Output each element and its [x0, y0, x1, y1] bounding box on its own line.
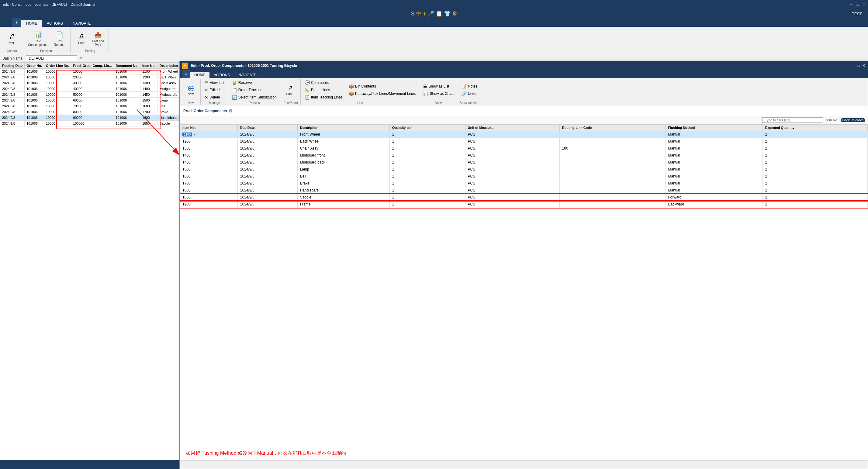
col-order-line-no[interactable]: Order Line No.: [44, 63, 71, 69]
journal-table-row[interactable]: 2024/9/8 101006 10000 10000 101006 1100 …: [0, 69, 180, 74]
edit-list-icon: ✏: [205, 88, 208, 92]
show-as-chart-button[interactable]: 📊 Show as Chart: [422, 90, 455, 97]
col-document-no[interactable]: Document No.: [114, 63, 141, 69]
col-due-date[interactable]: Due Date: [238, 125, 298, 131]
cell-routing-link: [559, 173, 665, 180]
filter-input[interactable]: [762, 117, 823, 123]
view-list-icon: ☰: [205, 80, 209, 85]
col-qty-per[interactable]: Quantity per: [390, 125, 465, 131]
journal-table-row[interactable]: 2024/9/8 101006 10000 20000 101006 1200 …: [0, 74, 180, 80]
reserve-button[interactable]: 🔒 Reserve: [230, 79, 278, 86]
bin-contents-button[interactable]: 📦 Bin Contents: [347, 83, 417, 90]
journal-table-row[interactable]: 2024/9/8 101006 10000 50000 101006 1450 …: [0, 92, 180, 98]
prod-order-settings-icon[interactable]: ⚙: [229, 108, 232, 113]
prod-table-row[interactable]: 1200 2024/9/5 Back Wheel 1 PCS Manual 2: [180, 138, 868, 145]
journal-table-row[interactable]: 2024/9/8 101006 10000 70000 101006 1600 …: [0, 103, 180, 109]
test-report-button[interactable]: 📄 TestReport...: [52, 28, 67, 48]
tab-actions[interactable]: ACTIONS: [42, 20, 68, 27]
journal-table-row[interactable]: 2024/9/8 101006 10000 30000 101006 1300 …: [0, 80, 180, 86]
prod-table-row[interactable]: 1600 2024/9/5 Bell 1 PCS Manual 2: [180, 173, 868, 180]
putaway-pick-lines-label: Put-away/Pick Lines/Movement Lines: [355, 92, 415, 96]
col-unit[interactable]: Unit of Measur...: [465, 125, 559, 131]
prod-table-row[interactable]: 1800 2024/9/5 Handlebars 1 PCS Manual 2: [180, 187, 868, 194]
calc-consumption-icon: 📊: [33, 30, 43, 39]
prod-table-row[interactable]: 1500 2024/9/5 Lamp 1 PCS Manual 2: [180, 166, 868, 173]
cell-posting-date: 2024/9/8: [0, 109, 25, 115]
dialog-ribbon-dropdown[interactable]: ▼: [182, 70, 190, 78]
select-item-substitution-button[interactable]: 🔄 Select Item Substitution: [230, 94, 278, 101]
cell-comp-line: 70000: [71, 103, 114, 109]
cell-flushing-method: Manual: [665, 173, 763, 180]
posting-group-label: Posting: [85, 49, 95, 53]
tab-navigate[interactable]: NAVIGATE: [68, 20, 95, 27]
dimensions-button[interactable]: 📐 Dimensions: [303, 87, 344, 93]
col-description[interactable]: Description: [157, 63, 179, 69]
batch-name-dropdown-arrow[interactable]: ▼: [79, 57, 83, 60]
dialog-print-group-label: Print/Send: [284, 101, 298, 104]
journal-table-row[interactable]: 2024/9/8 101006 10000 60000 101006 1500 …: [0, 98, 180, 103]
prod-table-row[interactable]: 1300 2024/9/6 Chain Assy 1 PCS 100 Manua…: [180, 145, 868, 152]
col-item-no[interactable]: Item No.: [141, 63, 157, 69]
batch-name-input[interactable]: [26, 55, 77, 61]
cell-desc: Bell: [297, 173, 390, 180]
prod-table-row[interactable]: 1100 ▼ 2024/9/5 Front Wheel 1 PCS Manual…: [180, 131, 868, 138]
journal-table-row[interactable]: 2024/9/8 101006 10000 100000 101006 1850…: [0, 121, 180, 126]
order-tracking-button[interactable]: 📋 Order Tracking: [230, 87, 278, 93]
dialog-close-button[interactable]: ✕: [862, 64, 865, 68]
show-as-list-button[interactable]: ☰ Show as List: [422, 83, 455, 90]
dialog-tab-home[interactable]: HOME: [190, 72, 210, 78]
col-item-no[interactable]: Item No.: [180, 125, 238, 131]
dialog-new-button[interactable]: ⊕ New: [183, 83, 198, 97]
ribbon-dropdown-button[interactable]: ▼: [12, 18, 21, 27]
cell-due-date: 2024/9/5: [238, 201, 298, 208]
notes-button[interactable]: 📝 Notes: [460, 83, 479, 90]
col-expected-qty[interactable]: Expected Quantity: [763, 125, 867, 131]
item-tracking-lines-button[interactable]: 📋 Item Tracking Lines: [303, 94, 344, 101]
general-group-label: General: [7, 49, 18, 53]
prod-table-row[interactable]: 1900 2024/9/5 Frame 1 PCS Backward 2: [180, 201, 868, 208]
dialog-maximize-button[interactable]: □: [858, 64, 860, 68]
cell-flushing-method: Manual: [665, 180, 763, 187]
order-tracking-icon: 📋: [232, 88, 237, 92]
journal-table-row[interactable]: 2024/9/8 101006 10000 90000 101006 1800 …: [0, 115, 180, 121]
journal-table-row[interactable]: 2024/9/8 101006 10000 40000 101006 1400 …: [0, 86, 180, 92]
cell-comp-line: 40000: [71, 86, 114, 92]
prod-table-row[interactable]: 1400 2024/9/5 Mudguard front 1 PCS Manua…: [180, 152, 868, 159]
post-and-print-button[interactable]: 📤 Post andPrint: [90, 28, 106, 48]
cell-doc-no: 101006: [114, 121, 141, 126]
cell-due-date: 2024/9/5: [238, 180, 298, 187]
delete-button[interactable]: ✕ Delete: [203, 94, 226, 101]
col-order-no[interactable]: Order No.: [25, 63, 44, 69]
dialog-print-button[interactable]: 🖨 Print...: [283, 83, 299, 97]
links-button[interactable]: 🔗 Links: [460, 90, 479, 97]
prod-table-row[interactable]: 1700 2024/9/5 Brake 1 PCS Manual 2: [180, 180, 868, 187]
dialog-tab-actions[interactable]: ACTIONS: [210, 72, 234, 78]
print-button[interactable]: 🖨 Print...: [5, 30, 20, 46]
cell-desc: Mudguard f: [157, 86, 179, 92]
col-prod-comp-line[interactable]: Prod. Order Comp. Lin...: [71, 63, 114, 69]
cell-posting-date: 2024/9/8: [0, 74, 25, 80]
journal-table-row[interactable]: 2024/9/8 101006 10000 80000 101006 1700 …: [0, 109, 180, 115]
col-flushing-method[interactable]: Flushing Method: [665, 125, 763, 131]
tab-home[interactable]: HOME: [21, 20, 42, 27]
minimize-button[interactable]: —: [849, 2, 853, 7]
item-tracking-lines-label: Item Tracking Lines: [311, 95, 343, 99]
prod-table-row[interactable]: 1450 2024/9/5 Mudguard back 1 PCS Manual…: [180, 159, 868, 166]
col-routing-link[interactable]: Routing Link Code: [559, 125, 665, 131]
post-button[interactable]: 🖨 Print: [74, 30, 89, 46]
col-posting-date[interactable]: Posting Date: [0, 63, 25, 69]
dialog-tab-navigate[interactable]: NAVIGATE: [234, 72, 260, 78]
prod-table-row[interactable]: 1850 2024/9/5 Saddle 1 PCS Forward 2: [180, 194, 868, 201]
comments-button[interactable]: 💬 Comments: [303, 79, 344, 86]
edit-list-button[interactable]: ✏ Edit List: [203, 87, 226, 93]
prod-order-table-container: Item No. Due Date Description Quantity p…: [180, 124, 868, 446]
maximize-button[interactable]: □: [857, 2, 859, 7]
putaway-pick-lines-button[interactable]: 📦 Put-away/Pick Lines/Movement Lines: [347, 90, 417, 97]
col-description[interactable]: Description: [297, 125, 390, 131]
view-list-button[interactable]: ☰ View List: [203, 79, 226, 86]
calc-consumption-button[interactable]: 📊 Calc.Consumption...: [26, 28, 51, 48]
dialog-minimize-button[interactable]: —: [851, 64, 855, 68]
filter-bar: Item No. Filter: Releases: [180, 116, 868, 124]
close-button[interactable]: ✕: [863, 2, 866, 7]
cell-item-no: 1400: [180, 152, 238, 159]
